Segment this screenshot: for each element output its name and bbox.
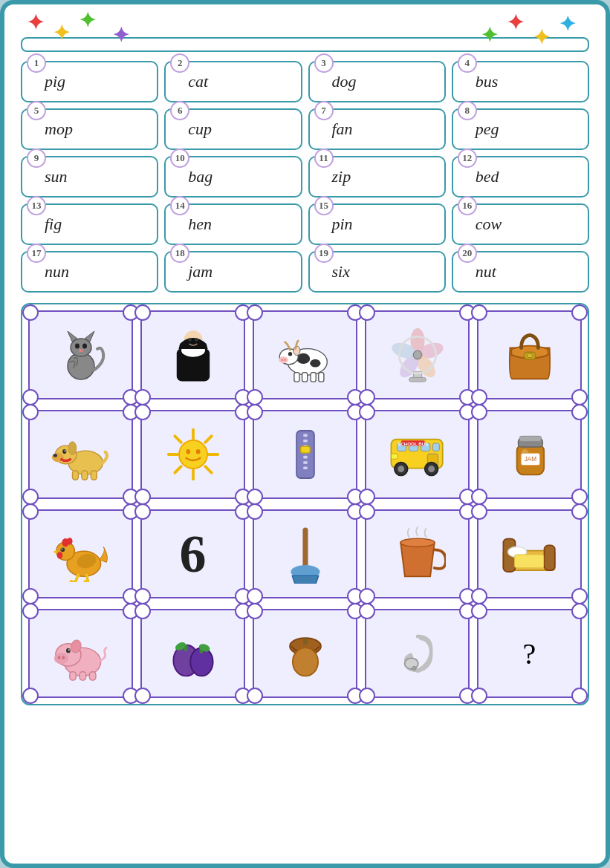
word-cell-20: 20 nut: [452, 251, 589, 293]
word-cell-16: 16 cow: [452, 203, 589, 245]
word-number-10: 10: [170, 149, 189, 168]
word-number-15: 15: [314, 196, 334, 215]
word-text-13: fig: [45, 215, 62, 234]
pic-inner-pig: [51, 624, 111, 683]
pic-circle-br: [571, 389, 588, 405]
svg-point-100: [400, 538, 435, 546]
pic-circle-tl: [22, 503, 39, 520]
svg-point-75: [428, 466, 435, 472]
svg-rect-116: [89, 672, 96, 680]
svg-line-52: [205, 436, 212, 443]
pic-circle-tl: [247, 603, 263, 619]
pic-circle-bl: [247, 389, 263, 405]
word-number-9: 9: [27, 149, 46, 168]
svg-rect-23: [311, 372, 316, 381]
word-text-7: fan: [332, 120, 353, 139]
pic-card-mop: [253, 509, 357, 598]
word-text-4: bus: [476, 72, 499, 91]
pic-circle-bl: [22, 389, 39, 405]
svg-point-10: [188, 338, 191, 341]
word-text-16: cow: [476, 215, 502, 234]
word-number-6: 6: [170, 101, 189, 120]
svg-rect-24: [318, 372, 323, 381]
pic-circle-tl: [247, 503, 263, 520]
pic-circle-tl: [247, 404, 263, 420]
word-number-14: 14: [170, 196, 189, 215]
svg-point-111: [66, 648, 71, 653]
pic-inner-nut: [276, 624, 335, 683]
svg-line-53: [175, 466, 181, 473]
word-cell-3: 3 dog: [308, 61, 446, 102]
svg-point-41: [64, 450, 65, 451]
pic-card-cup: [365, 509, 470, 598]
svg-point-124: [292, 647, 317, 676]
svg-marker-87: [53, 549, 57, 554]
word-cell-6: 6 cup: [164, 108, 302, 150]
svg-point-18: [284, 359, 286, 361]
svg-point-13: [296, 353, 310, 363]
pic-card-cow: [253, 310, 357, 399]
svg-line-51: [205, 466, 212, 473]
svg-point-39: [53, 454, 56, 457]
pic-card-bed: [477, 509, 582, 598]
pic-inner-sun: [163, 425, 223, 484]
svg-point-35: [527, 353, 533, 358]
svg-point-11: [195, 338, 198, 341]
word-text-17: nun: [45, 262, 69, 281]
pic-circle-tl: [471, 304, 487, 321]
pic-card-fig: [140, 609, 245, 698]
pic-card-nut: [253, 609, 357, 698]
pic-circle-tl: [247, 304, 263, 321]
svg-text:JAM: JAM: [524, 456, 536, 463]
pic-circle-tl: [134, 404, 151, 420]
svg-point-108: [53, 653, 68, 664]
pic-circle-tl: [134, 603, 151, 619]
svg-rect-44: [81, 470, 87, 479]
svg-rect-114: [69, 672, 76, 680]
pic-inner-bag: [500, 325, 559, 385]
pic-card-six: 6: [140, 509, 245, 598]
svg-rect-65: [300, 446, 310, 453]
picture-row-3: 6: [28, 509, 582, 598]
pic-circle-tl: [22, 404, 39, 420]
svg-point-40: [62, 448, 66, 453]
svg-point-54: [179, 440, 207, 469]
svg-rect-115: [80, 672, 86, 680]
svg-point-1: [71, 339, 91, 356]
pic-inner-pin: [388, 624, 447, 683]
word-number-13: 13: [27, 196, 46, 215]
svg-rect-45: [91, 470, 97, 479]
word-cell-5: 5 mop: [21, 108, 158, 150]
picture-row-2: SCHOOL BUS JAM: [28, 410, 582, 499]
words-grid: 1 pig 2 cat 3 dog 4 bus 5 mop 6 cup 7 fa…: [21, 61, 589, 293]
word-number-19: 19: [314, 244, 334, 263]
pic-card-hen: [28, 509, 133, 598]
pic-inner-dog: [51, 425, 111, 484]
word-cell-2: 2 cat: [164, 61, 302, 102]
pic-card-sun: [140, 410, 245, 499]
word-cell-19: 19 six: [308, 251, 446, 293]
pic-card-fan: [365, 310, 470, 399]
word-cell-9: 9 sun: [21, 156, 158, 198]
svg-point-92: [61, 548, 62, 549]
word-text-5: mop: [45, 120, 73, 139]
svg-point-42: [68, 441, 77, 454]
svg-point-109: [57, 656, 60, 659]
pic-circle-bl: [134, 588, 151, 604]
pic-circle-tr: [571, 503, 588, 520]
pic-card-pig: [28, 609, 133, 698]
word-cell-13: 13 fig: [21, 203, 158, 245]
pic-circle-tl: [471, 404, 487, 420]
svg-point-110: [62, 656, 65, 659]
title-area: [21, 18, 589, 30]
pic-circle-tl: [359, 503, 375, 520]
word-text-12: bed: [476, 167, 499, 186]
word-cell-1: 1 pig: [21, 61, 158, 102]
word-text-1: pig: [45, 72, 65, 91]
word-text-18: jam: [188, 262, 212, 281]
pic-card-peg: ?: [477, 609, 582, 698]
pic-circle-bl: [22, 688, 39, 704]
word-number-12: 12: [458, 149, 477, 168]
svg-rect-70: [432, 443, 439, 451]
svg-point-5: [82, 344, 87, 349]
